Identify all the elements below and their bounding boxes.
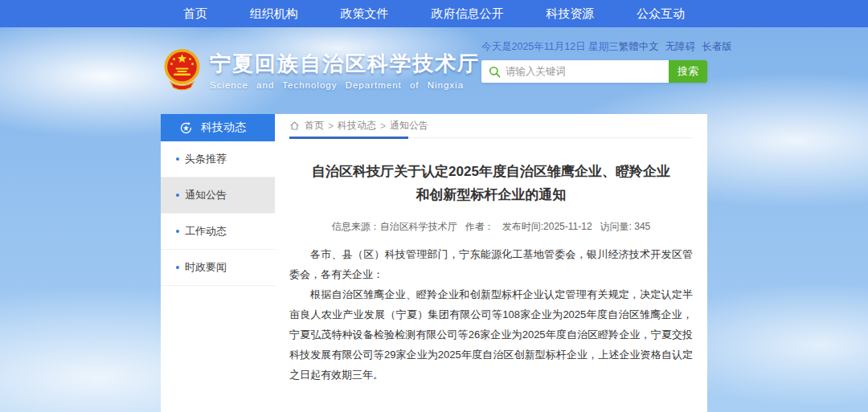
sidebar-item-label: 工作动态: [185, 224, 227, 239]
article-title-line1: 自治区科技厅关于认定2025年度自治区雏鹰企业、瞪羚企业: [289, 160, 693, 183]
bullet-dot-icon: [176, 157, 179, 161]
breadcrumb-separator: >: [380, 120, 386, 132]
nav-item-sci-tech-resources[interactable]: 科技资源: [546, 6, 594, 22]
site-title: 宁夏回族自治区科学技术厅: [210, 52, 480, 75]
site-title-block: 宁夏回族自治区科学技术厅 Science and Technology Depa…: [210, 48, 480, 90]
link-accessibility[interactable]: 无障碍: [665, 40, 696, 54]
link-elderly-version[interactable]: 长者版: [702, 40, 732, 54]
rotate-star-icon: [178, 120, 194, 136]
article-paragraph: 根据自治区雏鹰企业、瞪羚企业和创新型标杆企业认定管理有关规定，决定认定半亩良人农…: [289, 284, 693, 385]
sidebar-menu: 头条推荐 通知公告 工作动态 时政要闻: [161, 141, 275, 286]
link-traditional-chinese[interactable]: 繁體中文: [619, 40, 659, 54]
main-article-area: 首页 > 科技动态 > 通知公告 自治区科技厅关于认定2025年度自治区雏鹰企业…: [275, 114, 707, 412]
sidebar: 科技动态 头条推荐 通知公告 工作动态 时政要闻: [161, 114, 275, 412]
article-title-line2: 和创新型标杆企业的通知: [289, 183, 693, 206]
nav-item-policy-documents[interactable]: 政策文件: [341, 6, 389, 22]
article-paragraph: 各市、县（区）科技管理部门，宁东能源化工基地管委会，银川经济技术开发区管委会，各…: [289, 244, 693, 284]
header-utilities: 今天是2025年11月12日 星期三 繁體中文 无障碍 长者版 搜索: [481, 40, 707, 83]
content-panel: 科技动态 头条推荐 通知公告 工作动态 时政要闻: [161, 114, 707, 412]
top-nav-menu: 首页 组织机构 政策文件 政府信息公开 科技资源 公众互动: [161, 0, 707, 27]
quick-links: 繁體中文 无障碍 长者版: [619, 40, 732, 54]
sidebar-header: 科技动态: [161, 114, 275, 141]
home-icon: [289, 120, 300, 131]
search-button[interactable]: 搜索: [669, 60, 707, 83]
sidebar-item-current-affairs[interactable]: 时政要闻: [161, 250, 275, 286]
search-bar: 搜索: [481, 60, 707, 83]
bullet-dot-icon: [176, 194, 179, 197]
meta-author: 作者：: [465, 220, 494, 234]
sidebar-item-work-trends[interactable]: 工作动态: [161, 214, 275, 250]
national-emblem-icon: [163, 48, 201, 91]
article-title: 自治区科技厅关于认定2025年度自治区雏鹰企业、瞪羚企业 和创新型标杆企业的通知: [289, 160, 693, 206]
search-input[interactable]: [506, 60, 669, 83]
site-logo[interactable]: 宁夏回族自治区科学技术厅 Science and Technology Depa…: [163, 48, 480, 91]
nav-item-organization[interactable]: 组织机构: [250, 6, 298, 22]
nav-item-home[interactable]: 首页: [183, 6, 207, 22]
meta-publish-date: 发布时间:2025-11-12: [502, 220, 592, 234]
breadcrumb-separator: >: [328, 120, 334, 132]
sidebar-item-label: 时政要闻: [185, 260, 227, 275]
breadcrumb: 首页 > 科技动态 > 通知公告: [289, 114, 693, 138]
search-icon: [489, 66, 501, 78]
site-subtitle: Science and Technology Department of Nin…: [210, 80, 480, 90]
today-date: 今天是2025年11月12日 星期三: [481, 40, 619, 54]
nav-item-public-interaction[interactable]: 公众互动: [637, 6, 685, 22]
sidebar-item-headlines[interactable]: 头条推荐: [161, 141, 275, 177]
article-body: 各市、县（区）科技管理部门，宁东能源化工基地管委会，银川经济技术开发区管委会，各…: [289, 244, 693, 385]
article-meta: 信息来源：自治区科学技术厅 作者： 发布时间:2025-11-12 访问量: 3…: [289, 220, 693, 234]
meta-visits: 访问量: 345: [600, 220, 651, 234]
breadcrumb-home[interactable]: 首页: [305, 119, 324, 133]
breadcrumb-sci-tech-trends[interactable]: 科技动态: [338, 119, 376, 133]
meta-source: 信息来源：自治区科学技术厅: [332, 220, 457, 234]
top-nav-bar: 首页 组织机构 政策文件 政府信息公开 科技资源 公众互动: [0, 0, 868, 27]
breadcrumb-notices[interactable]: 通知公告: [390, 119, 428, 133]
sidebar-item-label: 头条推荐: [185, 152, 227, 166]
bullet-dot-icon: [176, 230, 179, 233]
sidebar-item-notices[interactable]: 通知公告: [161, 177, 275, 214]
sidebar-item-label: 通知公告: [185, 188, 227, 202]
sidebar-title: 科技动态: [201, 120, 246, 135]
nav-item-gov-info-disclosure[interactable]: 政府信息公开: [431, 6, 503, 22]
bullet-dot-icon: [176, 266, 179, 269]
